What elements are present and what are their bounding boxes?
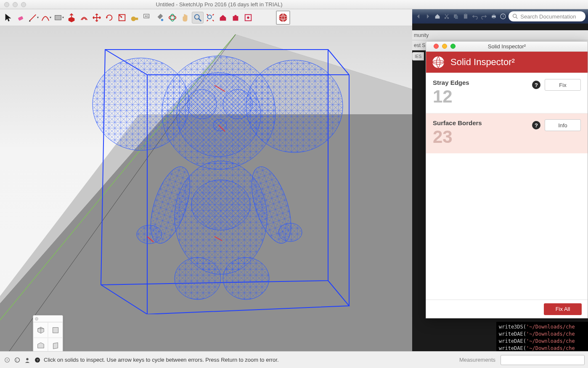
view-front[interactable] [33, 338, 48, 351]
si-header-title: Solid Inspector² [450, 57, 515, 68]
si-item-surface-borders[interactable]: Surface Borders 23 ? Info [426, 113, 588, 153]
si-window-title: Solid Inspector² [488, 43, 526, 50]
home-icon[interactable] [434, 12, 441, 21]
svg-rect-50 [465, 13, 466, 15]
measurements-input[interactable] [501, 355, 585, 365]
zoom-extents-tool[interactable] [204, 12, 216, 24]
solid-inspector-body: Stray Edges 12 ? Fix Surface Borders 23 … [426, 73, 588, 300]
svg-point-38 [175, 258, 221, 300]
svg-point-19 [279, 13, 287, 22]
solid-inspector-launcher[interactable] [276, 11, 290, 25]
svg-point-56 [513, 14, 516, 18]
svg-marker-3 [106, 17, 108, 19]
svg-rect-49 [464, 14, 467, 19]
undo-icon[interactable] [471, 12, 479, 21]
svg-point-39 [223, 258, 269, 300]
push-pull-tool[interactable] [66, 12, 77, 24]
globe-icon [432, 56, 445, 68]
pan-tool[interactable] [179, 12, 191, 24]
tape-measure-tool[interactable] [129, 12, 140, 24]
svg-point-14 [208, 15, 212, 18]
main-toolbar: A1 [0, 9, 412, 26]
si-item-label: Surface Borders [433, 119, 532, 126]
status-help-icon[interactable]: ? [34, 356, 41, 364]
move-tool[interactable] [91, 12, 103, 24]
scale-tool[interactable] [116, 12, 128, 24]
svg-text:?: ? [502, 15, 504, 18]
svg-point-62 [7, 359, 8, 360]
svg-point-65 [26, 358, 28, 360]
fix-all-button[interactable]: Fix All [544, 303, 582, 315]
paste-icon[interactable] [462, 12, 469, 21]
shape-tool[interactable] [53, 12, 65, 24]
selected-model-wireframe[interactable] [59, 37, 353, 314]
help-icon[interactable]: ? [532, 121, 540, 129]
rotate-tool[interactable] [103, 12, 115, 24]
svg-text:i: i [16, 358, 17, 362]
console-line: writeDAE('~/Downloads/che [499, 331, 585, 338]
svg-point-63 [15, 357, 20, 362]
search-input[interactable]: Search Documentation [509, 11, 585, 21]
offset-tool[interactable] [78, 12, 90, 24]
layout-tool[interactable] [242, 12, 254, 24]
svg-rect-53 [493, 17, 495, 18]
si-close-button[interactable] [434, 44, 439, 49]
copy-icon[interactable] [452, 12, 460, 21]
view-iso[interactable] [33, 322, 48, 338]
si-zoom-button[interactable] [450, 44, 456, 49]
help-icon[interactable]: ? [499, 12, 507, 21]
measurements-label: Measurements [459, 357, 495, 363]
redo-icon[interactable] [480, 12, 488, 21]
doc-tab-badge[interactable]: IES [412, 52, 424, 60]
console-line: writeDAE('~/Downloads/che [499, 338, 585, 345]
doc-tab-fragment-1[interactable]: munity [412, 30, 588, 40]
eraser-tool[interactable] [15, 12, 27, 24]
zoom-tool[interactable] [192, 12, 204, 24]
close-window-button[interactable] [4, 2, 9, 7]
doc-browser-titlebar [412, 0, 588, 9]
extension-warehouse-tool[interactable] [230, 12, 241, 24]
svg-rect-44 [53, 327, 58, 333]
search-placeholder: Search Documentation [520, 13, 576, 20]
svg-point-12 [170, 14, 174, 21]
ruby-console[interactable]: write3DS('~/Downloads/che writeDAE('~/Do… [496, 322, 588, 351]
si-minimize-button[interactable] [442, 44, 447, 49]
cut-icon[interactable] [443, 12, 450, 21]
svg-point-31 [213, 119, 227, 131]
orbit-tool[interactable] [167, 12, 178, 24]
credits-icon[interactable]: i [13, 356, 21, 364]
view-right[interactable] [48, 338, 63, 351]
zoom-window-button[interactable] [21, 2, 26, 7]
svg-point-36 [137, 225, 162, 244]
print-icon[interactable] [490, 12, 498, 21]
arc-tool[interactable] [40, 12, 52, 24]
svg-point-11 [169, 16, 176, 19]
select-tool[interactable] [3, 12, 14, 24]
view-top[interactable] [48, 322, 63, 338]
svg-rect-48 [455, 16, 458, 19]
text-tool[interactable]: A1 [141, 12, 153, 24]
svg-point-10 [161, 18, 164, 21]
views-panel-close[interactable] [35, 317, 38, 321]
forward-icon[interactable] [424, 12, 432, 21]
solid-inspector-titlebar[interactable]: Solid Inspector² [426, 42, 588, 52]
svg-rect-0 [18, 16, 24, 21]
warehouse-tool[interactable] [217, 12, 229, 24]
doc-browser-toolbar: ? Search Documentation [412, 9, 588, 24]
solid-inspector-footer: Fix All [426, 300, 588, 318]
paint-bucket-tool[interactable] [154, 12, 166, 24]
views-panel[interactable] [33, 315, 63, 351]
3d-viewport[interactable] [0, 26, 412, 351]
minimize-window-button[interactable] [13, 2, 18, 7]
user-icon[interactable] [24, 356, 31, 364]
fix-button[interactable]: Fix [545, 79, 581, 91]
solid-inspector-window[interactable]: Solid Inspector² Solid Inspector² Stray … [426, 41, 588, 318]
si-item-stray-edges[interactable]: Stray Edges 12 ? Fix [426, 73, 588, 113]
back-icon[interactable] [415, 12, 422, 21]
svg-point-30 [223, 89, 252, 119]
geo-location-icon[interactable] [3, 356, 11, 364]
svg-rect-2 [55, 15, 61, 20]
info-button[interactable]: Info [545, 119, 581, 131]
line-tool[interactable] [28, 12, 40, 24]
help-icon[interactable]: ? [532, 81, 540, 89]
